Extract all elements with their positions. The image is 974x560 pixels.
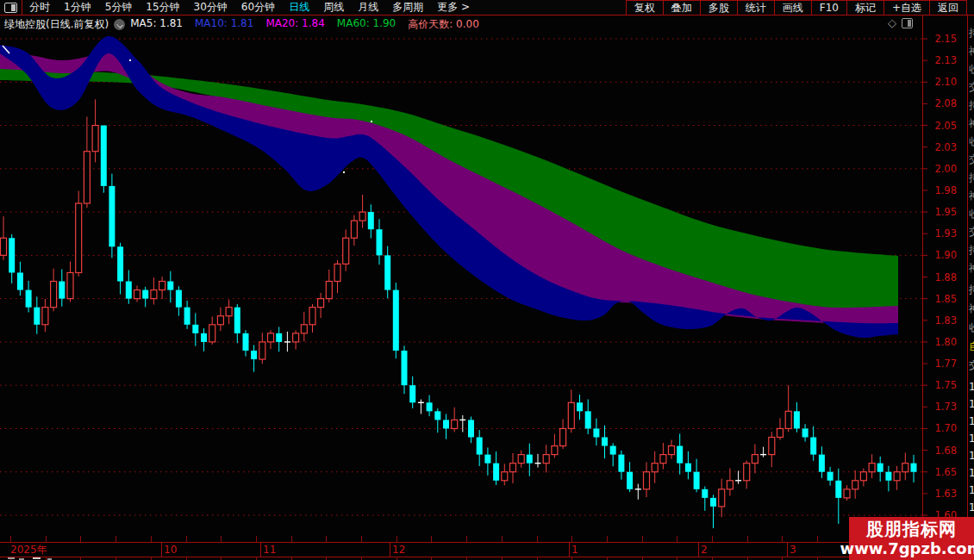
clipped-panel-text: 持 [969, 28, 974, 38]
minor-tick [712, 557, 713, 560]
minor-tick [466, 536, 467, 542]
minor-tick [712, 536, 713, 542]
clipped-panel-text: 交 [969, 227, 974, 237]
candle-up [51, 282, 57, 308]
clipped-panel-text: 收 [969, 136, 974, 146]
candle-down [34, 308, 40, 325]
candle-down [368, 212, 374, 229]
candle-up [134, 290, 140, 299]
candle-down [694, 472, 700, 489]
candle-down [685, 464, 691, 472]
candle-down [802, 428, 809, 437]
minor-tick [256, 557, 257, 560]
price-axis-label: 2.03 [915, 141, 957, 153]
candle-down [276, 333, 282, 342]
candle-up [844, 489, 850, 498]
candle-up [660, 455, 666, 464]
minor-tick [80, 557, 81, 560]
candle-down [610, 446, 616, 455]
candle-up [510, 464, 516, 472]
candle-down [577, 402, 583, 411]
candle-up [543, 455, 549, 464]
price-axis-label: 1.73 [915, 401, 957, 413]
clipped-fragment [33, 557, 41, 559]
candle-down [585, 411, 591, 428]
candle-down [835, 481, 841, 498]
candle-down [17, 272, 23, 289]
price-axis-label: 1.65 [915, 466, 957, 478]
candle-up [209, 325, 215, 342]
minor-tick [221, 557, 222, 560]
minor-tick [186, 536, 187, 542]
candle-down [101, 126, 107, 186]
minor-tick [466, 557, 467, 560]
candle-up [502, 472, 508, 481]
date-axis-label: 11 [263, 544, 276, 556]
candle-down [184, 308, 190, 325]
candle-up [159, 282, 165, 290]
axis-line [0, 557, 967, 557]
clipped-fragment [8, 557, 15, 559]
candle-up [568, 402, 574, 428]
candle-down [251, 351, 257, 359]
candle-up [744, 464, 750, 481]
candle-down [794, 411, 800, 428]
minor-tick [502, 557, 503, 560]
candle-up [669, 446, 675, 455]
minor-tick [396, 536, 397, 542]
candle-down [427, 402, 433, 411]
candle-up [293, 333, 299, 342]
clipped-panel-text: 持 [969, 284, 974, 295]
clipped-panel-text: 交 [969, 154, 974, 165]
price-axis-label: 1.68 [915, 445, 957, 457]
minor-tick [677, 536, 677, 542]
candle-up [452, 420, 458, 428]
white-mark [343, 171, 345, 173]
candle-down [443, 420, 449, 428]
minor-tick [571, 536, 572, 542]
candle-down [602, 438, 608, 446]
candle-down [627, 472, 633, 489]
candle-down [377, 229, 383, 255]
date-divider [787, 542, 788, 557]
candle-up [860, 472, 866, 481]
clipped-panel-text: 自 [969, 341, 974, 352]
minor-tick [10, 536, 11, 542]
clipped-panel-text: 1 [969, 433, 974, 444]
clipped-panel-text: 神 [969, 303, 974, 314]
candle-up [552, 446, 558, 455]
clipped-panel-text: 神 [969, 263, 974, 273]
candle-down [527, 455, 533, 464]
price-axis-label: 1.83 [915, 314, 957, 327]
clipped-panel-text: 收 [969, 208, 974, 219]
minor-tick [291, 536, 292, 542]
candle-down [409, 385, 415, 402]
candle-up [92, 126, 98, 152]
price-axis-label: 2.15 [915, 33, 957, 45]
candle-up [84, 152, 90, 203]
candle-down [59, 282, 65, 299]
minor-tick [396, 557, 397, 560]
price-axis-label: 2.13 [915, 54, 957, 66]
minor-tick [782, 536, 783, 542]
price-axis-label: 1.63 [915, 488, 957, 500]
clipped-panel-text: 1 [969, 416, 974, 426]
date-divider [390, 542, 390, 557]
minor-tick [782, 557, 783, 560]
price-axis-label: 2.05 [915, 120, 957, 132]
candle-down [677, 446, 683, 464]
date-axis-label: 3 [790, 544, 796, 556]
main-chart[interactable] [0, 0, 974, 560]
date-divider [260, 542, 261, 557]
clipped-panel-text: 持 [969, 100, 974, 110]
stock-chart-window: 分时1分钟5分钟15分钟30分钟60分钟日线周线月线多周期更多 > 复权叠加多股… [0, 0, 974, 560]
minor-tick [116, 536, 116, 542]
minor-tick [607, 557, 608, 560]
clipped-panel-text: 神 [969, 118, 974, 128]
candle-up [217, 316, 223, 325]
candle-up [151, 290, 157, 299]
candle-up [560, 428, 566, 445]
candle-down [493, 464, 499, 481]
candle-down [167, 282, 173, 290]
candle-down [819, 455, 825, 472]
